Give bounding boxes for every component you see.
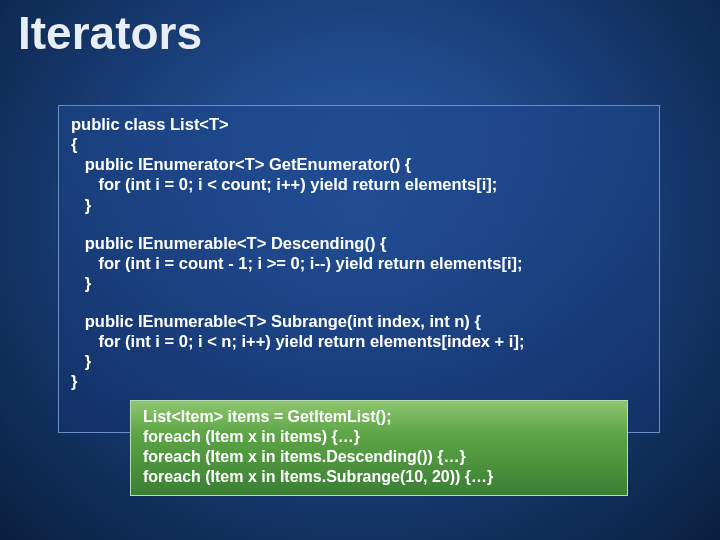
snippet-line: foreach (Item x in items) {…} [143,427,615,447]
snippet-line: foreach (Item x in Items.Subrange(10, 20… [143,467,615,487]
code-line: for (int i = 0; i < count; i++) yield re… [71,174,647,194]
code-line: public IEnumerator<T> GetEnumerator() { [71,154,647,174]
code-line: } [71,351,647,371]
code-line: public IEnumerable<T> Descending() { [71,233,647,253]
code-line: } [71,273,647,293]
code-line: { [71,134,647,154]
code-box-main: public class List<T> { public IEnumerato… [58,105,660,433]
blank-line [71,215,647,233]
snippet-line: foreach (Item x in items.Descending()) {… [143,447,615,467]
code-box-snippet: List<Item> items = GetItemList(); foreac… [130,400,628,496]
code-line: } [71,195,647,215]
slide-title: Iterators [18,6,202,60]
code-line: for (int i = count - 1; i >= 0; i--) yie… [71,253,647,273]
code-line: for (int i = 0; i < n; i++) yield return… [71,331,647,351]
code-line: } [71,371,647,391]
slide: Iterators public class List<T> { public … [0,0,720,540]
blank-line [71,293,647,311]
snippet-line: List<Item> items = GetItemList(); [143,407,615,427]
code-line: public class List<T> [71,114,647,134]
code-line: public IEnumerable<T> Subrange(int index… [71,311,647,331]
